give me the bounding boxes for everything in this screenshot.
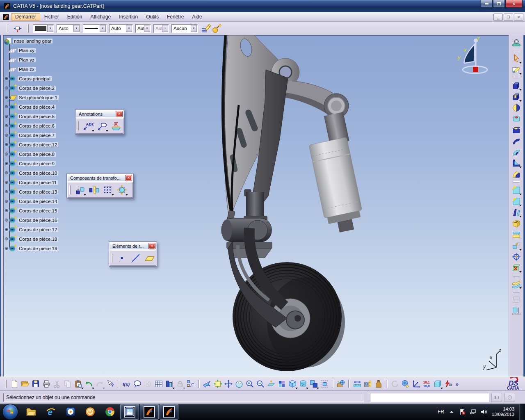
tree-plan-yz[interactable]: ⊕ + Plan yz — [3, 55, 102, 64]
reference-elements-titlebar[interactable]: Eléments de r... ✕ — [110, 242, 156, 250]
whats-this-help-icon[interactable] — [105, 378, 116, 390]
menu-edition[interactable]: Edition — [63, 13, 87, 21]
flag-note-icon[interactable] — [96, 120, 108, 132]
print-icon[interactable] — [41, 378, 52, 390]
close-icon[interactable]: ✕ — [116, 111, 122, 117]
stiffener-icon[interactable] — [511, 158, 522, 169]
measure-inertia-icon[interactable] — [373, 378, 384, 390]
copy-icon[interactable] — [62, 378, 73, 390]
expander-icon[interactable]: ⊕ — [4, 189, 9, 194]
tree-plan-xy[interactable]: ⊕ + Plan xy — [3, 46, 102, 55]
chevron-down-icon[interactable]: ▼ — [73, 25, 80, 32]
plane-icon[interactable] — [144, 252, 156, 264]
transformation-feature-icon[interactable] — [511, 240, 522, 251]
expander-icon[interactable]: ⊕ — [4, 246, 9, 251]
expander-icon[interactable]: ⊕ — [4, 227, 9, 232]
menu-fenetre[interactable]: Fenêtre — [163, 13, 188, 21]
taskbar-clock[interactable]: 14:03 13/09/2013 — [492, 406, 514, 417]
expander-icon[interactable]: ⊕ — [4, 180, 9, 185]
hole-icon[interactable] — [511, 124, 522, 135]
chevron-down-icon[interactable]: ▼ — [47, 25, 53, 32]
start-button[interactable] — [2, 404, 18, 420]
sew-surface-icon[interactable] — [511, 278, 522, 289]
expander-icon[interactable]: ⊕ — [4, 132, 9, 138]
taskbar-catia-1[interactable] — [140, 404, 159, 420]
sketcher-icon[interactable] — [511, 64, 522, 75]
mdi-close-button[interactable]: ✕ — [514, 14, 523, 21]
action-center-flag-icon[interactable] — [459, 409, 466, 415]
close-icon[interactable]: ✕ — [126, 175, 132, 181]
isometric-view-icon[interactable] — [287, 378, 298, 390]
chevron-down-icon[interactable]: ▼ — [126, 25, 132, 32]
chevron-down-icon[interactable]: ▼ — [100, 25, 106, 32]
translation-icon[interactable] — [74, 184, 86, 196]
fly-mode-icon[interactable] — [202, 378, 212, 390]
text-with-leader-icon[interactable] — [82, 120, 94, 132]
expander-icon[interactable]: ⊕ — [4, 95, 9, 100]
network-icon[interactable] — [470, 409, 476, 415]
tree-root-nose-landing-gear[interactable]: nose landing gear — [3, 36, 102, 46]
taskbar-photo-viewer[interactable] — [120, 404, 139, 420]
transformation-titlebar[interactable]: Composants de transfo... ✕ — [67, 174, 133, 182]
tree-plan-zx[interactable]: ⊕ + Plan zx — [3, 64, 102, 74]
taskbar-groupwise[interactable] — [81, 404, 100, 420]
expander-icon[interactable]: ⊕ — [4, 114, 9, 119]
graphic-properties-wizard-icon[interactable] — [212, 23, 222, 34]
draft-angle-icon[interactable] — [511, 207, 522, 218]
dialog-expand-button[interactable] — [491, 393, 502, 402]
expander-icon[interactable]: ⊕ — [4, 217, 9, 223]
line-icon[interactable] — [130, 252, 142, 264]
line-type-combo[interactable]: ▼ — [83, 24, 107, 33]
taskbar-internet-explorer[interactable] — [41, 404, 60, 420]
scaling-icon[interactable] — [116, 184, 128, 196]
mirror-icon[interactable] — [88, 184, 100, 196]
point-style-combo[interactable]: Aut ▼ — [135, 24, 151, 33]
pocket-icon[interactable] — [511, 91, 522, 102]
volume-icon[interactable] — [480, 409, 487, 415]
menu-outils[interactable]: Outils — [142, 13, 163, 21]
line-weight-combo[interactable]: Auto ▼ — [109, 24, 133, 33]
rotate-icon[interactable] — [234, 378, 244, 390]
menu-affichage[interactable]: Affichage — [86, 13, 115, 21]
tree-corps-17[interactable]: ⊕ + Corps de pièce.17 — [3, 225, 102, 234]
taskbar-media-player[interactable] — [61, 404, 80, 420]
point-icon[interactable] — [116, 252, 128, 264]
knowledge-inspector-icon[interactable] — [143, 378, 153, 390]
3d-viewport[interactable]: nose landing gear ⊕ + Plan xy ⊕ + Plan y… — [3, 35, 509, 377]
measure-item-icon[interactable] — [363, 378, 373, 390]
multi-view-icon[interactable] — [276, 378, 287, 390]
thickness-icon[interactable] — [511, 229, 522, 240]
edge-fillet-icon[interactable] — [511, 185, 522, 196]
datum-target-icon[interactable] — [110, 120, 122, 132]
electrical-icon[interactable] — [443, 378, 454, 390]
mdi-restore-button[interactable]: ❐ — [504, 14, 513, 21]
toolbar-grip[interactable] — [69, 185, 71, 194]
expander-icon[interactable]: ⊕ — [4, 123, 9, 128]
save-icon[interactable] — [30, 378, 41, 390]
menu-demarrer[interactable]: Démarrer — [11, 13, 40, 21]
zoom-out-icon[interactable] — [255, 378, 266, 390]
chamfer-icon[interactable] — [511, 196, 522, 207]
multi-sections-solid-icon[interactable] — [511, 169, 522, 180]
menu-insertion[interactable]: Insertion — [115, 13, 142, 21]
expander-icon[interactable]: ⊕ — [4, 208, 9, 213]
hidden-icons-arrow[interactable] — [448, 409, 455, 415]
measure-between-icon[interactable] — [352, 378, 363, 390]
undo-icon[interactable] — [84, 378, 94, 390]
expander-icon[interactable]: ⊕ — [4, 199, 9, 204]
chevron-down-icon[interactable]: ▼ — [144, 25, 150, 32]
show-desktop-button[interactable] — [519, 404, 525, 420]
close-button[interactable]: ✕ — [505, 0, 523, 8]
tree-corps-18[interactable]: ⊕ + Corps de pièce.18 — [3, 234, 102, 244]
tree-corps-15[interactable]: ⊕ + Corps de pièce.15 — [3, 206, 102, 215]
transformation-components-toolbar[interactable]: Composants de transfo... ✕ — [66, 173, 134, 199]
annotations-titlebar[interactable]: Annotations ✕ — [76, 110, 123, 118]
design-table-icon[interactable] — [153, 378, 164, 390]
expander-icon[interactable]: ⊕ — [4, 170, 9, 176]
render-style-icon[interactable] — [298, 378, 308, 390]
rib-icon[interactable] — [511, 135, 522, 146]
hide-show-icon[interactable] — [308, 378, 319, 390]
measure-item-icon[interactable] — [511, 305, 522, 316]
tree-corps-12[interactable]: ⊕ + Corps de pièce.12 — [3, 140, 102, 149]
toolbar-grip[interactable] — [5, 380, 7, 388]
